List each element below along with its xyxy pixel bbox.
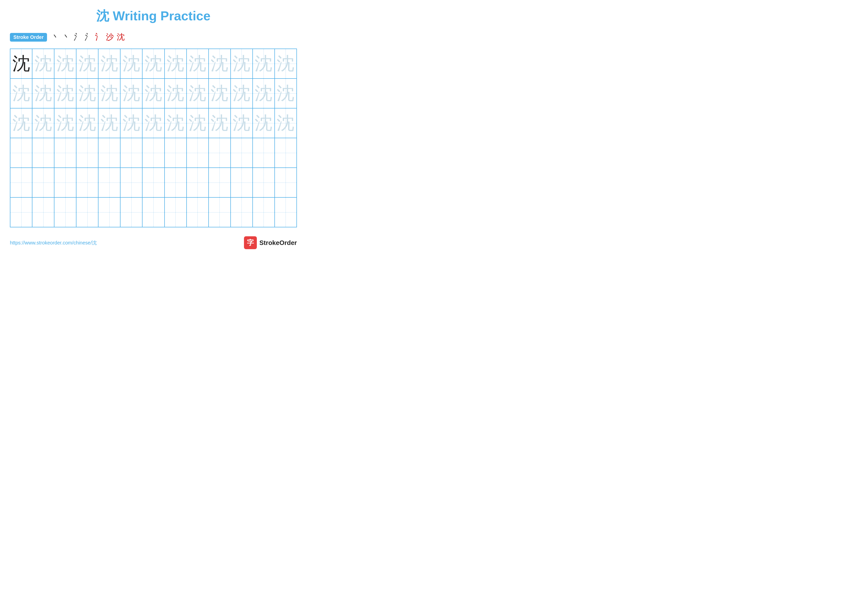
stroke-6: 沙 xyxy=(106,32,114,43)
grid-cell[interactable]: 沈 xyxy=(142,49,164,79)
grid-cell[interactable] xyxy=(186,138,209,168)
grid-cell[interactable]: 沈 xyxy=(186,49,209,79)
grid-cell[interactable] xyxy=(142,197,164,227)
grid-cell[interactable]: 沈 xyxy=(209,49,231,79)
grid-cell[interactable]: 沈 xyxy=(253,108,274,138)
grid-cell[interactable]: 沈 xyxy=(231,108,253,138)
grid-cell[interactable]: 沈 xyxy=(120,49,142,79)
grid-cell[interactable] xyxy=(32,197,54,227)
grid-cell[interactable]: 沈 xyxy=(231,49,253,79)
grid-cell[interactable]: 沈 xyxy=(164,108,186,138)
grid-cell[interactable]: 沈 xyxy=(54,49,76,79)
grid-cell[interactable] xyxy=(142,138,164,168)
grid-cell[interactable]: 沈 xyxy=(209,108,231,138)
grid-cell[interactable]: 沈 xyxy=(76,79,98,108)
grid-cell[interactable] xyxy=(274,197,297,227)
practice-grid: 沈沈沈沈沈沈沈沈沈沈沈沈沈沈沈沈沈沈沈沈沈沈沈沈沈沈沈沈沈沈沈沈沈沈沈沈沈沈沈 xyxy=(10,48,297,227)
page-container: 沈 Writing Practice Stroke Order 丶 丶 氵 氵 … xyxy=(10,8,297,249)
grid-cell[interactable] xyxy=(142,168,164,197)
brand-icon: 字 xyxy=(244,236,257,249)
grid-cell[interactable] xyxy=(253,197,274,227)
stroke-sequence: 丶 丶 氵 氵 氵 沙 沈 xyxy=(51,32,125,43)
grid-cell[interactable]: 沈 xyxy=(274,79,297,108)
footer: https://www.strokeorder.com/chinese/沈 字 … xyxy=(10,236,297,249)
grid-cell[interactable] xyxy=(231,138,253,168)
grid-cell[interactable] xyxy=(10,197,32,227)
grid-cell[interactable] xyxy=(10,138,32,168)
grid-cell[interactable]: 沈 xyxy=(32,49,54,79)
grid-cell[interactable]: 沈 xyxy=(142,108,164,138)
grid-cell[interactable] xyxy=(120,197,142,227)
grid-cell[interactable]: 沈 xyxy=(10,49,32,79)
title-rest: Writing Practice xyxy=(109,9,210,23)
grid-cell[interactable]: 沈 xyxy=(98,108,120,138)
brand-logo: 字 StrokeOrder xyxy=(244,236,297,249)
stroke-4: 氵 xyxy=(84,32,92,43)
grid-cell[interactable] xyxy=(164,138,186,168)
stroke-7: 沈 xyxy=(117,32,125,43)
grid-cell[interactable] xyxy=(231,197,253,227)
grid-cell[interactable]: 沈 xyxy=(120,108,142,138)
grid-cell[interactable]: 沈 xyxy=(32,108,54,138)
grid-cell[interactable]: 沈 xyxy=(231,79,253,108)
title-char: 沈 xyxy=(96,9,109,23)
grid-cell[interactable]: 沈 xyxy=(76,108,98,138)
grid-cell[interactable]: 沈 xyxy=(186,79,209,108)
grid-cell[interactable]: 沈 xyxy=(54,108,76,138)
grid-cell[interactable]: 沈 xyxy=(253,79,274,108)
footer-url: https://www.strokeorder.com/chinese/沈 xyxy=(10,239,97,246)
grid-cell[interactable] xyxy=(32,138,54,168)
grid-cell[interactable]: 沈 xyxy=(98,79,120,108)
grid-cell[interactable]: 沈 xyxy=(98,49,120,79)
grid-cell[interactable]: 沈 xyxy=(274,49,297,79)
brand-name: StrokeOrder xyxy=(259,239,297,247)
grid-cell[interactable]: 沈 xyxy=(76,49,98,79)
grid-cell[interactable] xyxy=(120,168,142,197)
grid-cell[interactable] xyxy=(274,168,297,197)
grid-cell[interactable]: 沈 xyxy=(164,49,186,79)
stroke-3: 氵 xyxy=(73,32,81,43)
grid-cell[interactable]: 沈 xyxy=(253,49,274,79)
grid-cell[interactable] xyxy=(253,168,274,197)
grid-cell[interactable] xyxy=(10,168,32,197)
grid-cell[interactable] xyxy=(76,138,98,168)
grid-cell[interactable]: 沈 xyxy=(274,108,297,138)
grid-cell[interactable] xyxy=(164,168,186,197)
stroke-2: 丶 xyxy=(62,32,70,43)
grid-cell[interactable] xyxy=(54,197,76,227)
grid-cell[interactable] xyxy=(98,197,120,227)
stroke-order-badge: Stroke Order xyxy=(10,33,47,42)
grid-cell[interactable] xyxy=(54,168,76,197)
grid-cell[interactable] xyxy=(76,197,98,227)
grid-cell[interactable]: 沈 xyxy=(186,108,209,138)
grid-cell[interactable] xyxy=(253,138,274,168)
stroke-5: 氵 xyxy=(95,32,103,43)
page-title: 沈 Writing Practice xyxy=(10,8,297,25)
grid-cell[interactable] xyxy=(98,138,120,168)
grid-cell[interactable] xyxy=(98,168,120,197)
grid-cell[interactable] xyxy=(274,138,297,168)
grid-cell[interactable]: 沈 xyxy=(10,108,32,138)
grid-cell[interactable] xyxy=(186,168,209,197)
grid-cell[interactable] xyxy=(209,138,231,168)
stroke-1: 丶 xyxy=(51,32,59,43)
grid-cell[interactable] xyxy=(76,168,98,197)
grid-cell[interactable]: 沈 xyxy=(54,79,76,108)
stroke-order-row: Stroke Order 丶 丶 氵 氵 氵 沙 沈 xyxy=(10,32,297,43)
grid-cell[interactable]: 沈 xyxy=(32,79,54,108)
grid-cell[interactable] xyxy=(209,168,231,197)
grid-cell[interactable] xyxy=(209,197,231,227)
grid-cell[interactable]: 沈 xyxy=(142,79,164,108)
grid-cell[interactable]: 沈 xyxy=(120,79,142,108)
grid-cell[interactable] xyxy=(186,197,209,227)
grid-cell[interactable] xyxy=(120,138,142,168)
grid-cell[interactable] xyxy=(164,197,186,227)
grid-cell[interactable] xyxy=(231,168,253,197)
grid-cell[interactable] xyxy=(32,168,54,197)
grid-cell[interactable]: 沈 xyxy=(164,79,186,108)
grid-cell[interactable] xyxy=(54,138,76,168)
grid-cell[interactable]: 沈 xyxy=(209,79,231,108)
grid-cell[interactable]: 沈 xyxy=(10,79,32,108)
